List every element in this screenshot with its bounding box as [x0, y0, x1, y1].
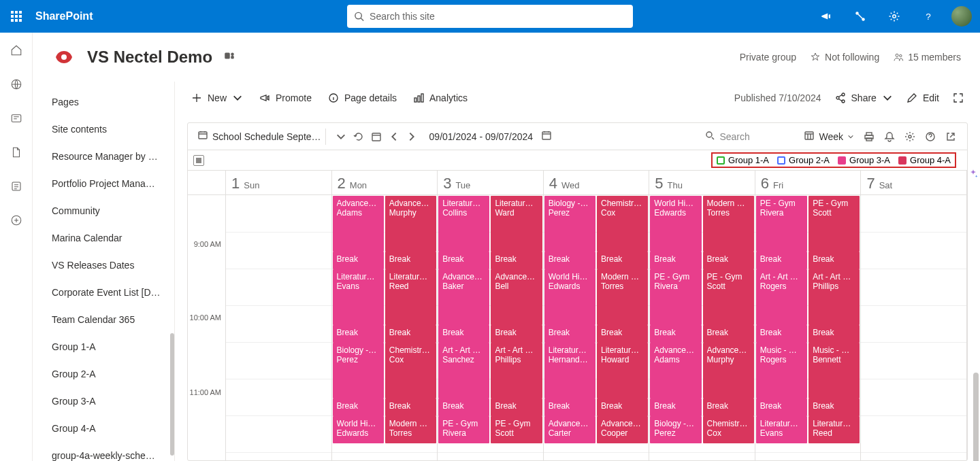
nav-item[interactable]: Resource Manager by …: [52, 143, 174, 170]
page-details-button[interactable]: Page details: [328, 92, 397, 103]
promote-button[interactable]: Promote: [259, 92, 312, 103]
today-icon[interactable]: [368, 129, 385, 145]
settings-icon[interactable]: [878, 0, 911, 33]
calendar-event[interactable]: Modern …Torres: [385, 416, 436, 443]
app-launcher-icon[interactable]: [0, 0, 33, 33]
calendar-event[interactable]: Break: [333, 325, 384, 343]
day-header[interactable]: 3Tue: [438, 171, 544, 195]
day-column[interactable]: Literatur…CollinsBreakAdvance…BakerBreak…: [438, 195, 544, 460]
calendar-event[interactable]: Chemistr…Cox: [703, 416, 754, 443]
nav-item[interactable]: Team Calendar 365: [52, 306, 174, 333]
select-all-checkbox[interactable]: [193, 155, 204, 166]
help-circle-icon[interactable]: [921, 129, 940, 145]
calendar-event[interactable]: Break: [491, 325, 542, 343]
day-header[interactable]: 4Wed: [544, 171, 650, 195]
calendar-event[interactable]: Break: [385, 325, 436, 343]
calendar-event[interactable]: Literatur…Collins: [438, 196, 489, 252]
calendar-event[interactable]: Modern …Torres: [703, 196, 754, 252]
calendar-event[interactable]: PE - GymRivera: [650, 269, 701, 325]
day-header[interactable]: 1Sun: [226, 171, 332, 195]
calendar-event[interactable]: Literatur…Reed: [808, 416, 860, 443]
prev-icon[interactable]: [386, 129, 402, 145]
nav-item[interactable]: Group 4-A: [52, 415, 174, 442]
calendar-event[interactable]: Literatur…Hernand…: [544, 343, 595, 398]
teams-icon[interactable]: [223, 50, 235, 65]
calendar-event[interactable]: Break: [385, 398, 436, 416]
nav-item[interactable]: VS Releases Dates: [52, 252, 174, 279]
calendar-event[interactable]: World Hi…Edwards: [650, 196, 701, 252]
calendar-event[interactable]: Advance…Bell: [491, 269, 542, 325]
members-button[interactable]: 15 members: [893, 52, 961, 63]
calendar-event[interactable]: PE - GymRivera: [756, 196, 807, 252]
expand-button[interactable]: [953, 92, 964, 103]
calendar-event[interactable]: Art - Art …Rogers: [756, 269, 807, 325]
calendar-event[interactable]: Break: [438, 325, 489, 343]
calendar-event[interactable]: Music - …Bennett: [808, 343, 860, 398]
calendar-event[interactable]: PE - GymScott: [808, 196, 860, 252]
brand-label[interactable]: SharePoint: [35, 10, 93, 22]
calendar-event[interactable]: Art - Art …Phillips: [491, 343, 542, 398]
files-icon[interactable]: [5, 141, 27, 163]
calendar-event[interactable]: Biology -…Perez: [544, 196, 595, 252]
nav-item[interactable]: Marina Calendar: [52, 224, 174, 252]
calendar-event[interactable]: Chemistr…Cox: [385, 343, 436, 398]
calendar-search[interactable]: [704, 130, 800, 143]
calendar-event[interactable]: Break: [703, 325, 754, 343]
user-avatar[interactable]: [951, 6, 972, 27]
next-icon[interactable]: [404, 129, 420, 145]
global-search[interactable]: [347, 5, 633, 28]
edit-button[interactable]: Edit: [906, 92, 939, 103]
day-header[interactable]: 7Sat: [861, 171, 967, 195]
calendar-event[interactable]: Literatur…Ward: [491, 196, 542, 252]
nav-item[interactable]: Corporate Event List [D…: [52, 279, 174, 306]
search-input[interactable]: [370, 11, 626, 22]
calendar-event[interactable]: Break: [597, 252, 648, 269]
nav-item[interactable]: Pages: [52, 88, 174, 116]
calendar-event[interactable]: Break: [756, 252, 807, 269]
calendar-event[interactable]: Modern …Torres: [597, 269, 648, 325]
calendar-event[interactable]: Break: [808, 325, 860, 343]
nav-item[interactable]: Community: [52, 197, 174, 224]
calendar-event[interactable]: Break: [703, 398, 754, 416]
calendar-event[interactable]: Break: [650, 325, 701, 343]
copilot-icon[interactable]: [965, 166, 980, 182]
calendar-event[interactable]: Break: [385, 252, 436, 269]
calendar-event[interactable]: Advance…Adams: [333, 196, 384, 252]
globe-icon[interactable]: [5, 73, 27, 95]
calendar-event[interactable]: Advance…Baker: [438, 269, 489, 325]
nav-item[interactable]: group-4a-weekly-sche…: [52, 442, 174, 461]
create-icon[interactable]: [5, 209, 27, 231]
calendar-event[interactable]: Advance…Adams: [650, 343, 701, 398]
calendar-event[interactable]: Advance…Carter: [544, 416, 595, 443]
calendar-event[interactable]: PE - GymScott: [491, 416, 542, 443]
new-button[interactable]: New: [191, 92, 243, 103]
nav-item[interactable]: Group 2-A: [52, 360, 174, 388]
day-column[interactable]: Advance…AdamsBreakLiteratur…EvansBreakBi…: [332, 195, 438, 460]
home-icon[interactable]: [5, 39, 27, 61]
calendar-event[interactable]: Music - …Rogers: [756, 343, 807, 398]
calendar-event[interactable]: Break: [756, 325, 807, 343]
calendar-source[interactable]: School Schedule Septe…: [195, 127, 324, 146]
calendar-event[interactable]: Break: [333, 252, 384, 269]
nav-item[interactable]: Group 1-A: [52, 333, 174, 360]
follow-button[interactable]: Not following: [810, 52, 879, 63]
calendar-event[interactable]: Break: [491, 252, 542, 269]
source-chevron-icon[interactable]: [333, 129, 349, 145]
calendar-event[interactable]: Literatur…Howard: [597, 343, 648, 398]
date-range[interactable]: 09/01/2024 - 09/07/2024: [427, 127, 555, 146]
calendar-event[interactable]: Art - Art …Sanchez: [438, 343, 489, 398]
calendar-event[interactable]: Advance…Murphy: [703, 343, 754, 398]
legend-item[interactable]: Group 1-A: [717, 155, 769, 165]
calendar-event[interactable]: Break: [808, 252, 860, 269]
gear-icon[interactable]: [900, 129, 919, 145]
calendar-event[interactable]: Break: [650, 398, 701, 416]
content-scrollbar[interactable]: [973, 373, 979, 461]
calendar-event[interactable]: Break: [703, 252, 754, 269]
megaphone-icon[interactable]: [810, 0, 843, 33]
calendar-event[interactable]: Art - Art …Phillips: [808, 269, 860, 325]
calendar-event[interactable]: Break: [544, 325, 595, 343]
bell-icon[interactable]: [880, 129, 899, 145]
calendar-event[interactable]: Advance…Cooper: [597, 416, 648, 443]
calendar-event[interactable]: World Hi…Edwards: [333, 416, 384, 443]
flow-icon[interactable]: [844, 0, 877, 33]
